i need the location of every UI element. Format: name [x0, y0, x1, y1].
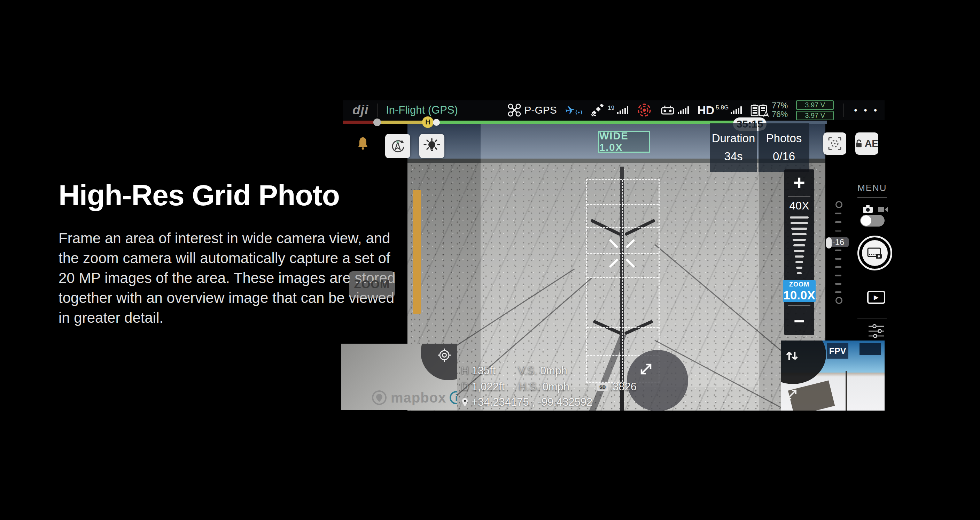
- divider: [843, 104, 844, 117]
- timeline-dot-gray: [373, 118, 381, 126]
- metering-focus-button[interactable]: [823, 132, 846, 155]
- map-locate-icon[interactable]: [436, 347, 452, 363]
- pitch-tick: [835, 230, 842, 232]
- ae-lock-button[interactable]: AE: [855, 132, 878, 155]
- photo-video-toggle[interactable]: [860, 215, 885, 227]
- more-menu-button[interactable]: • • •: [854, 105, 879, 116]
- airplane-icon: ✈: [564, 102, 576, 118]
- photo-mode-icon[interactable]: [862, 204, 873, 214]
- mapbox-attribution: mapbox i: [371, 390, 457, 406]
- dual-battery-icon: [750, 104, 769, 117]
- toggle-knob: [861, 215, 871, 226]
- zoom-slider[interactable]: + 40X ZOOM 10.0X −: [784, 169, 814, 335]
- zoom-mode-button[interactable]: ZOOM: [349, 271, 395, 298]
- vs-value: 0mph: [540, 365, 567, 377]
- gimbal-recenter-button[interactable]: [385, 134, 410, 158]
- video-mode-icon[interactable]: [878, 206, 888, 213]
- timeline-segment-red: [343, 121, 377, 124]
- gps-mode-label: P-GPS: [524, 104, 557, 116]
- adsb-waves-icon: [575, 108, 583, 115]
- expand-arrows-icon: [638, 361, 654, 377]
- satellite-signal-bars: [617, 106, 628, 114]
- pitch-scale-top: [835, 201, 842, 208]
- wide-camera-badge[interactable]: WIDE 1.0X: [598, 131, 650, 153]
- sd-photo-count: 3826: [612, 381, 636, 393]
- flight-status[interactable]: In-Flight (GPS): [386, 104, 458, 116]
- rc-signal-bars: [678, 106, 689, 114]
- mapbox-logo-icon: [371, 390, 387, 406]
- satellite-icon: [591, 104, 605, 116]
- fpv-power-pole: [846, 371, 847, 411]
- hd-signal-bars: [731, 106, 742, 114]
- height-value: 135ft: [471, 365, 496, 377]
- voltage1-box: 3.97 V: [796, 100, 834, 110]
- duration-label: Duration: [712, 132, 756, 145]
- description-line: together with an overview image that can…: [59, 288, 395, 308]
- camera-switch-icon[interactable]: [784, 348, 800, 364]
- compass-recenter-icon: [389, 138, 406, 155]
- divider: [858, 197, 887, 198]
- location-pin-icon: [461, 397, 469, 407]
- battery-status[interactable]: 77% 76%: [750, 101, 788, 119]
- play-icon: ▶: [874, 293, 879, 301]
- hd-link[interactable]: HD 5.8G: [697, 104, 742, 117]
- telemetry-row-altitude: H 135ft V.S. 0mph: [461, 365, 567, 377]
- battery2-percent: 76%: [772, 110, 788, 119]
- lightbulb-icon: [423, 138, 441, 155]
- pitch-tick: [835, 212, 842, 214]
- gps-coordinates: +34.234175 , -99.432592: [471, 396, 592, 408]
- divider: [858, 319, 887, 319]
- timeline-segment-yellow: [377, 121, 428, 124]
- zoom-in-button[interactable]: +: [793, 172, 805, 193]
- hs-label: H.S.: [519, 381, 539, 393]
- pitch-tick: [835, 250, 842, 251]
- satellite-count: 19: [608, 105, 614, 112]
- adsb-status[interactable]: ✈: [565, 103, 583, 117]
- radar-icon: [636, 102, 652, 118]
- description-line: in greater detail.: [59, 308, 395, 328]
- page-title: High-Res Grid Photo: [59, 179, 340, 212]
- sd-label: SD: [599, 384, 606, 390]
- rth-status[interactable]: [636, 102, 652, 118]
- zoom-value: 10.0X: [783, 289, 815, 301]
- sd-card-icon: SD: [597, 383, 608, 391]
- telemetry-row-distance: D 1,022ft H.S. 0mph SD 3826: [461, 381, 636, 393]
- auxiliary-light-button[interactable]: [419, 134, 444, 158]
- slider-drag-handle[interactable]: [826, 237, 832, 249]
- rc-signal[interactable]: [660, 104, 689, 116]
- map-info-button[interactable]: i: [450, 391, 457, 404]
- divider: [377, 104, 377, 117]
- dji-logo: dji: [352, 103, 369, 118]
- zoom-out-button[interactable]: −: [794, 310, 805, 332]
- grid-center-line: [622, 180, 623, 382]
- wide-badge-label: WIDE 1.0X: [599, 130, 649, 153]
- height-label: H: [461, 365, 469, 377]
- pitch-tick: [835, 283, 842, 285]
- mapbox-brand: mapbox: [391, 390, 446, 406]
- satellite-status[interactable]: 19: [591, 104, 628, 116]
- telemetry-row-coordinates: +34.234175 , -99.432592: [461, 396, 592, 408]
- zoom-mode-label: ZOOM: [354, 278, 390, 291]
- aircraft-mode[interactable]: P-GPS: [508, 103, 557, 117]
- drone-icon: [508, 103, 521, 117]
- duration-value: 34s: [724, 150, 743, 163]
- menu-button[interactable]: MENU: [858, 183, 887, 193]
- photos-panel: Photos 0/16: [759, 123, 809, 172]
- status-bar: dji In-Flight (GPS) P-GPS ✈: [343, 100, 885, 120]
- notification-bell-icon[interactable]: [356, 136, 369, 151]
- settings-sliders-icon[interactable]: [867, 324, 885, 339]
- pitch-tick: [835, 221, 842, 223]
- fpv-label: FPV: [829, 346, 846, 356]
- fpv-preview[interactable]: FPV: [781, 340, 885, 411]
- fpv-expand-icon[interactable]: [784, 387, 799, 402]
- divider: [788, 305, 810, 306]
- mini-map[interactable]: mapbox i: [341, 344, 457, 410]
- grid-center-marker: [608, 240, 636, 268]
- playback-button[interactable]: ▶: [867, 291, 885, 304]
- status-icon-cluster: P-GPS ✈ 19: [508, 100, 885, 120]
- zoom-value-indicator[interactable]: ZOOM 10.0X: [783, 280, 816, 302]
- pitch-scale-bottom: [835, 297, 842, 304]
- shutter-button[interactable]: [858, 236, 892, 270]
- timeline-segment-green: [439, 121, 735, 124]
- telemetry-accent-bar: [413, 190, 421, 314]
